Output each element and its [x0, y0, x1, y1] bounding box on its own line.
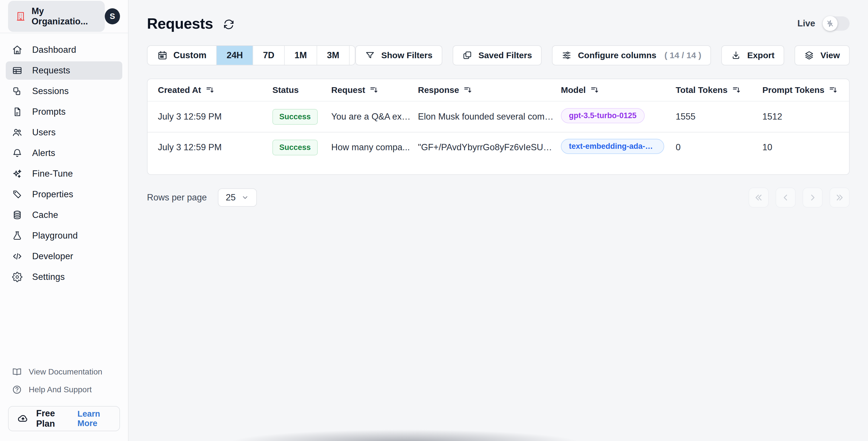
time-range-custom[interactable]: Custom [148, 46, 217, 65]
copy-icon [462, 50, 472, 60]
cell-created-at: July 3 12:59 PM [158, 142, 272, 152]
export-label: Export [747, 50, 774, 60]
show-filters-button[interactable]: Show Filters [355, 45, 442, 65]
sort-icon[interactable] [370, 86, 378, 94]
column-status: Status [272, 85, 331, 95]
sidebar-item-users[interactable]: Users [6, 123, 122, 142]
column-label: Status [272, 85, 299, 95]
sidebar-item-label: Dashboard [32, 45, 76, 55]
status-badge: Success [272, 140, 318, 156]
sidebar-item-dashboard[interactable]: Dashboard [6, 41, 122, 59]
first-page-button[interactable] [749, 188, 769, 208]
table-row[interactable]: July 3 12:59 PM Success You are a Q&A ex… [148, 102, 849, 132]
configure-columns-button[interactable]: Configure columns ( 14 / 14 ) [552, 45, 711, 65]
column-created-at: Created At [158, 85, 272, 95]
sidebar-item-properties[interactable]: Properties [6, 185, 122, 204]
view-label: View [820, 50, 840, 60]
chevron-right-icon [808, 193, 817, 202]
sidebar-item-label: Users [32, 127, 56, 138]
live-toggle-group: Live [797, 16, 849, 31]
bolt-slash-icon [823, 16, 838, 31]
sessions-icon [12, 86, 22, 96]
live-toggle[interactable] [823, 16, 849, 31]
rows-per-page: Rows per page 25 [147, 189, 257, 207]
document-icon [12, 107, 22, 117]
gear-icon [12, 272, 22, 282]
time-range-3m[interactable]: 3M [317, 46, 350, 65]
export-button[interactable]: Export [721, 45, 784, 65]
building-icon [16, 11, 26, 22]
foot-link-label: View Documentation [29, 367, 102, 376]
layers-icon [804, 50, 814, 60]
sort-icon[interactable] [732, 86, 741, 94]
cloud-upload-icon [17, 413, 29, 425]
table-row[interactable]: July 3 12:59 PM Success How many compa..… [148, 132, 849, 162]
org-switcher[interactable]: My Organizatio... [8, 1, 105, 32]
sidebar-item-fine-tune[interactable]: Fine-Tune [6, 165, 122, 183]
org-name: My Organizatio... [32, 6, 97, 27]
book-icon [12, 367, 22, 377]
pagination [749, 188, 849, 208]
cell-response: "GF+/PAvdYbyrrGo8yFz6vIeSU7w... [418, 142, 561, 152]
status-badge: Success [272, 109, 318, 125]
users-icon [12, 127, 22, 138]
avatar[interactable]: S [105, 8, 120, 24]
sort-icon[interactable] [206, 86, 214, 94]
foot-link-label: Help And Support [29, 385, 92, 394]
sidebar-item-label: Alerts [32, 148, 55, 158]
sidebar-item-developer[interactable]: Developer [6, 247, 122, 266]
sidebar-item-label: Fine-Tune [32, 169, 73, 179]
sidebar-item-label: Developer [32, 251, 73, 262]
cell-model: gpt-3.5-turbo-0125 [561, 108, 676, 126]
sidebar-item-settings[interactable]: Settings [6, 268, 122, 286]
sidebar-item-requests[interactable]: Requests [6, 61, 122, 80]
home-icon [12, 45, 22, 55]
sort-icon[interactable] [590, 86, 599, 94]
sidebar-item-cache[interactable]: Cache [6, 206, 122, 224]
show-filters-label: Show Filters [381, 50, 432, 60]
time-range-label: Custom [174, 50, 206, 61]
cell-response: Elon Musk founded several compa... [418, 111, 561, 122]
plan-label: Free Plan [36, 408, 66, 429]
time-range-control: Custom 24H 7D 1M 3M All [147, 45, 355, 65]
previous-page-button[interactable] [776, 188, 796, 208]
tag-icon [12, 189, 22, 200]
rows-per-page-select[interactable]: 25 [218, 189, 257, 207]
column-total-tokens: Total Tokens [676, 85, 763, 95]
next-page-button[interactable] [803, 188, 823, 208]
time-range-7d[interactable]: 7D [253, 46, 285, 65]
time-range-label: 3M [327, 50, 339, 61]
help-support-link[interactable]: Help And Support [6, 381, 122, 399]
sidebar-nav: Dashboard Requests Sessions [0, 33, 128, 286]
view-documentation-link[interactable]: View Documentation [6, 363, 122, 381]
column-label: Response [418, 85, 459, 95]
sidebar-item-alerts[interactable]: Alerts [6, 144, 122, 162]
column-label: Request [331, 85, 365, 95]
refresh-icon[interactable] [223, 19, 235, 30]
time-range-label: 24H [226, 50, 243, 61]
chevron-down-icon [241, 194, 249, 201]
sidebar-item-label: Sessions [32, 86, 69, 96]
sort-icon[interactable] [464, 86, 472, 94]
sidebar-item-prompts[interactable]: Prompts [6, 103, 122, 121]
time-range-24h[interactable]: 24H [217, 46, 253, 65]
learn-more-link[interactable]: Learn More [78, 409, 111, 428]
chevrons-right-icon [835, 193, 844, 202]
sidebar-item-sessions[interactable]: Sessions [6, 82, 122, 100]
funnel-icon [365, 50, 375, 60]
time-range-all[interactable]: All [350, 46, 355, 65]
model-badge[interactable]: text-embedding-ada-002 [561, 139, 664, 154]
time-range-1m[interactable]: 1M [285, 46, 317, 65]
sort-icon[interactable] [829, 86, 838, 94]
plan-card[interactable]: Free Plan Learn More [8, 406, 120, 431]
last-page-button[interactable] [830, 188, 849, 208]
requests-table: Created At Status Request Re [147, 78, 849, 175]
page-header: Requests Live [147, 15, 849, 32]
sidebar-item-playground[interactable]: Playground [6, 227, 122, 245]
view-button[interactable]: View [795, 45, 849, 65]
table-footer: Rows per page 25 [147, 188, 849, 208]
saved-filters-button[interactable]: Saved Filters [453, 45, 542, 65]
code-icon [12, 251, 22, 262]
model-badge[interactable]: gpt-3.5-turbo-0125 [561, 108, 645, 123]
live-label: Live [797, 19, 815, 29]
